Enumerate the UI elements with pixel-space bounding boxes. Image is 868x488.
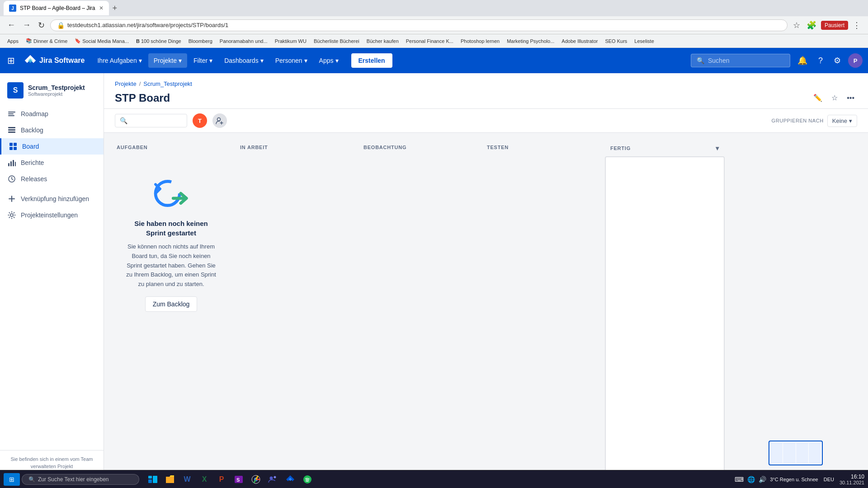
main-content: S Scrum_Testprojekt Softwareprojekt Road… [0, 73, 868, 488]
nav-dashboards[interactable]: Dashboards ▾ [219, 53, 269, 68]
active-tab[interactable]: J STP Board – Agile-Board – Jira ✕ [4, 1, 109, 15]
taskbar-app-excel[interactable]: X [196, 471, 212, 488]
bookmark-dinner[interactable]: 📚 Dinner & Crime [23, 37, 70, 45]
nav-projekte[interactable]: Projekte ▾ [148, 53, 187, 68]
extensions-button[interactable]: 🧩 [805, 19, 818, 32]
start-button[interactable]: ⊞ [4, 473, 20, 486]
create-button[interactable]: Erstellen [351, 53, 392, 68]
groupby-select[interactable]: Keine ▾ [827, 115, 857, 127]
jira-logo-icon [24, 54, 37, 67]
svg-rect-21 [153, 476, 157, 483]
bookmark-marketing[interactable]: Marketing Psycholo... [504, 38, 557, 45]
taskbar-clock[interactable]: 16:10 30.11.2021 [840, 474, 864, 485]
nav-filter[interactable]: Filter ▾ [188, 53, 218, 68]
sidebar-item-board[interactable]: Board [0, 138, 104, 155]
address-bar[interactable]: 🔒 testdeutsch1.atlassian.net/jira/softwa… [50, 19, 788, 31]
notifications-button[interactable]: 🔔 [794, 52, 811, 69]
edit-board-button[interactable]: ✏️ [811, 91, 825, 105]
column-body-beobachtung [358, 155, 478, 488]
sidebar-item-backlog-label: Backlog [21, 127, 43, 134]
filter-search-input[interactable] [130, 117, 182, 124]
bookmark-buecherl[interactable]: Bücherliste Bücherei [311, 38, 362, 45]
taskbar-app-spotify[interactable] [299, 471, 316, 488]
more-actions-button[interactable]: ••• [844, 91, 857, 105]
taskbar-app-jira[interactable] [282, 471, 298, 488]
taskbar-app-powerpoint[interactable]: P [213, 471, 230, 488]
page-header: Projekte / Scrum_Testprojekt STP Board ✏… [104, 73, 868, 109]
breadcrumb-separator: / [139, 80, 141, 87]
sidebar-item-releases[interactable]: Releases [0, 171, 104, 187]
project-info: Scrum_Testprojekt Softwareprojekt [28, 84, 85, 97]
bookmark-100dinge[interactable]: B 100 schöne Dinge [133, 38, 184, 45]
refresh-button[interactable]: ↻ [36, 19, 47, 32]
sidebar-item-settings[interactable]: Projekteinstellungen [0, 207, 104, 223]
bookmark-buecher-kaufen[interactable]: Bücher kaufen [364, 38, 401, 45]
board-toolbar: 🔍 T GRUPPIEREN NACH Keine ▾ [104, 109, 868, 133]
page-title-row: STP Board ✏️ ☆ ••• [115, 91, 857, 105]
taskbar-app-word[interactable]: W [179, 471, 195, 488]
bookmark-seo[interactable]: SEO Kurs [602, 38, 630, 45]
column-label-testen: TESTEN [487, 145, 509, 150]
filter-search-box[interactable]: 🔍 [115, 114, 187, 127]
breadcrumb-project[interactable]: Scrum_Testprojekt [143, 80, 192, 87]
column-header-beobachtung: BEOBACHTUNG [358, 140, 478, 155]
board-columns: AUFGABEN [111, 140, 861, 488]
help-button[interactable]: ? [815, 52, 826, 69]
star-board-button[interactable]: ☆ [829, 91, 840, 105]
nav-ihre-aufgaben[interactable]: Ihre Aufgaben ▾ [92, 53, 147, 68]
bookmark-leseliste[interactable]: Leseliste [632, 38, 656, 45]
taskbar-app-chrome[interactable] [248, 471, 264, 488]
profile-button[interactable]: Pausiert [821, 21, 848, 30]
new-tab-button[interactable]: + [113, 4, 118, 13]
sidebar-footer-text: Sie befinden sich in einem vom Team verw… [7, 456, 96, 470]
windows-taskbar: ⊞ 🔍 Zur Suche Text hier eingeben W X P S [0, 470, 868, 488]
sidebar-item-roadmap[interactable]: Roadmap [0, 106, 104, 122]
search-bar[interactable]: 🔍 Suchen [691, 54, 790, 67]
taskbar-app-onenote[interactable]: S [231, 471, 247, 488]
fertig-dropdown-icon[interactable]: ▾ [716, 145, 719, 152]
bookmark-personal-finance[interactable]: Personal Finance K... [403, 38, 456, 45]
bookmark-button[interactable]: ☆ [791, 19, 802, 32]
settings-button[interactable]: ⚙ [830, 52, 844, 69]
taskbar-app-teams[interactable] [265, 471, 281, 488]
svg-point-27 [274, 476, 276, 478]
menu-button[interactable]: ⋮ [851, 19, 863, 32]
taskbar-app-files[interactable] [145, 471, 161, 488]
column-header-in-arbeit: IN ARBEIT [235, 140, 354, 155]
bookmark-panorama[interactable]: Panoramabahn und... [217, 38, 270, 45]
page-title: STP Board [115, 92, 170, 104]
apps-grid-button[interactable]: ⊞ [5, 53, 17, 68]
top-navigation: ⊞ Jira Software Ihre Aufgaben ▾ Projekte… [0, 48, 868, 73]
sidebar-item-berichte[interactable]: Berichte [0, 155, 104, 171]
roadmap-icon [7, 109, 16, 118]
bookmark-praktikum[interactable]: Praktikum WU [272, 38, 309, 45]
nav-personen[interactable]: Personen ▾ [270, 53, 313, 68]
taskbar-app-explorer[interactable] [162, 471, 178, 488]
breadcrumb-projekte[interactable]: Projekte [115, 80, 137, 87]
user-filter-avatar[interactable]: T [193, 113, 207, 128]
back-button[interactable]: ← [5, 19, 17, 32]
jira-logo[interactable]: Jira Software [20, 51, 88, 70]
nav-apps[interactable]: Apps ▾ [314, 53, 344, 68]
forward-button[interactable]: → [21, 19, 33, 32]
bookmark-social[interactable]: 🔖 Social Media Mana... [72, 37, 132, 45]
bookmark-apps[interactable]: Apps [5, 38, 21, 45]
bookmark-adobe[interactable]: Adobe Illustrator [559, 38, 600, 45]
add-member-button[interactable] [212, 113, 227, 128]
svg-rect-10 [14, 147, 17, 150]
tab-title: STP Board – Agile-Board – Jira [20, 5, 95, 11]
user-avatar[interactable]: P [848, 53, 863, 68]
bookmark-photoshop[interactable]: Photoshop lernen [458, 38, 502, 45]
project-name: Scrum_Testprojekt [28, 84, 85, 91]
bookmark-bloomberg[interactable]: Bloomberg [186, 38, 215, 45]
zum-backlog-button[interactable]: Zum Backlog [145, 296, 198, 312]
bookmark-label: Bücher kaufen [367, 38, 399, 44]
sidebar-item-releases-label: Releases [21, 175, 47, 183]
sidebar-item-backlog[interactable]: Backlog [0, 122, 104, 138]
taskbar-right: ⌨ 🌐 🔊 3°C Regen u. Schnee DEU 16:10 30.1… [735, 474, 864, 485]
preview-col-1 [770, 442, 783, 464]
tab-close-btn[interactable]: ✕ [99, 5, 104, 11]
sound-icon: 🔊 [759, 476, 766, 483]
sidebar-item-add-link[interactable]: Verknüpfung hinzufügen [0, 191, 104, 207]
taskbar-search[interactable]: 🔍 Zur Suche Text hier eingeben [22, 474, 139, 485]
